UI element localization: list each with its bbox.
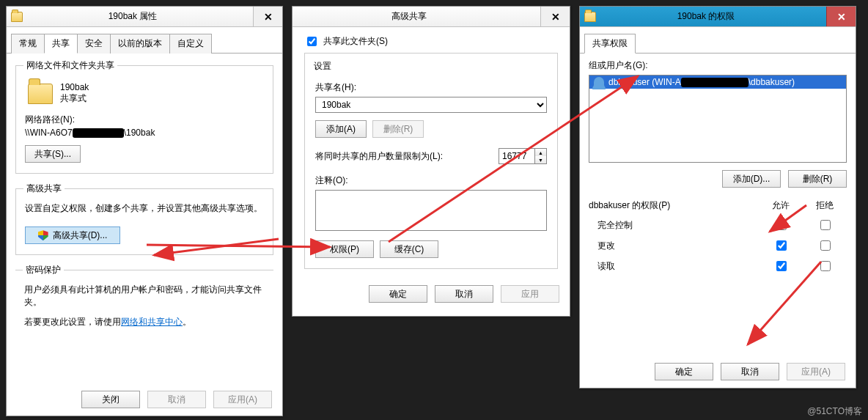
folder-big-icon	[28, 84, 53, 104]
apply-button[interactable]: 应用	[501, 285, 559, 303]
user-limit-spinner[interactable]: ▲▼	[499, 148, 547, 164]
allow-checkbox[interactable]	[776, 261, 787, 271]
user-text: dbbakuser (WIN-A\dbbakuser)	[608, 77, 795, 87]
deny-checkbox[interactable]	[820, 220, 831, 230]
tab-general[interactable]: 常规	[11, 34, 45, 54]
dialog-buttons: 关闭 取消 应用(A)	[7, 383, 282, 416]
perm-header: dbbakuser 的权限(P)	[589, 196, 759, 215]
permission-row: 完全控制	[589, 215, 847, 235]
allow-checkbox[interactable]	[776, 220, 787, 230]
comment-label: 注释(O):	[315, 174, 547, 187]
group-users-label: 组或用户名(G):	[589, 59, 847, 72]
titlebar[interactable]: 190bak 的权限 ✕	[580, 7, 856, 27]
tab-body: 网络文件和文件夹共享 190bak 共享式 网络路径(N): \\WIN-A6O…	[7, 54, 282, 349]
tab-previous-versions[interactable]: 以前的版本	[110, 34, 170, 54]
share-name-row: 共享名(H): 190bak	[315, 81, 547, 113]
folder-icon	[584, 12, 596, 22]
titlebar[interactable]: 190bak 属性 ✕	[7, 7, 282, 27]
spin-up-icon[interactable]: ▲	[535, 149, 546, 156]
add-user-button[interactable]: 添加(D)...	[722, 170, 781, 188]
text: 。	[183, 317, 191, 327]
tab-strip: 常规 共享 安全 以前的版本 自定义	[7, 27, 282, 54]
ok-button[interactable]: 确定	[369, 285, 427, 303]
cancel-button[interactable]: 取消	[147, 391, 206, 408]
deny-checkbox[interactable]	[820, 261, 831, 271]
netpath-suffix: \190bak	[124, 128, 155, 138]
text: \dbbakuser)	[749, 77, 795, 87]
tab-strip: 共享权限	[580, 27, 856, 54]
allow-checkbox[interactable]	[776, 240, 787, 251]
spin-down-icon[interactable]: ▼	[535, 156, 546, 163]
comment-textarea[interactable]	[315, 190, 547, 231]
tab-security[interactable]: 安全	[77, 34, 111, 54]
pw-line1: 用户必须具有此计算机的用户帐户和密码，才能访问共享文件夹。	[24, 284, 265, 309]
pw-line2: 若要更改此设置，请使用网络和共享中心。	[24, 316, 265, 328]
permissions-table: dbbakuser 的权限(P) 允许 拒绝 完全控制 更改 读取	[589, 196, 847, 276]
window-title: 190bak 的权限	[600, 10, 826, 23]
apply-button[interactable]: 应用(A)	[213, 391, 272, 408]
group-legend: 网络文件和文件夹共享	[23, 59, 117, 72]
folder-icon	[11, 12, 23, 22]
cancel-button[interactable]: 取消	[721, 363, 779, 380]
body: 共享此文件夹(S) 设置 共享名(H): 190bak 添加(A) 删除(R) …	[293, 27, 570, 278]
dialog-buttons: 确定 取消 应用(A)	[580, 355, 856, 388]
share-folder-checkbox[interactable]: 共享此文件夹(S)	[304, 34, 558, 48]
close-dialog-button[interactable]: 关闭	[81, 391, 140, 408]
tab-body: 组或用户名(G): dbbakuser (WIN-A\dbbakuser) 添加…	[580, 54, 856, 285]
tab-customize[interactable]: 自定义	[169, 34, 212, 54]
users-listbox[interactable]: dbbakuser (WIN-A\dbbakuser)	[589, 75, 847, 163]
share-name-combo[interactable]: 190bak	[315, 97, 547, 113]
share-name-label: 共享名(H):	[315, 81, 547, 94]
netpath-value: \\WIN-A6O7\190bak	[25, 128, 264, 138]
folder-name: 190bak	[60, 82, 89, 92]
close-button[interactable]: ✕	[253, 7, 282, 26]
group-legend: 高级共享	[23, 183, 65, 195]
permission-row: 更改	[589, 235, 847, 256]
text: dbbakuser (WIN-A	[608, 77, 681, 87]
properties-dialog: 190bak 属性 ✕ 常规 共享 安全 以前的版本 自定义 网络文件和文件夹共…	[6, 6, 283, 416]
user-limit-input[interactable]	[499, 149, 534, 163]
cancel-button[interactable]: 取消	[435, 285, 493, 303]
label: 共享此文件夹(S)	[323, 35, 388, 48]
limit-label: 将同时共享的用户数量限制为(L):	[315, 150, 443, 163]
permissions-button[interactable]: 权限(P)	[315, 240, 374, 258]
advanced-share-button[interactable]: 高级共享(D)...	[25, 226, 120, 244]
group-legend: 密码保护	[23, 264, 64, 276]
close-button[interactable]: ✕	[540, 7, 570, 26]
add-share-button[interactable]: 添加(A)	[315, 120, 367, 138]
close-button[interactable]: ✕	[826, 7, 856, 26]
apply-button[interactable]: 应用(A)	[787, 363, 845, 380]
user-limit-row: 将同时共享的用户数量限制为(L): ▲▼	[315, 148, 547, 164]
netpath-prefix: \\WIN-A6O7	[25, 128, 73, 138]
adv-desc: 设置自定义权限，创建多个共享，并设置其他高级共享选项。	[25, 202, 264, 215]
text: 若要更改此设置，请使用	[24, 317, 121, 327]
network-share-group: 网络文件和文件夹共享 190bak 共享式 网络路径(N): \\WIN-A6O…	[15, 59, 273, 174]
permission-row: 读取	[589, 256, 847, 276]
dialog-buttons: 确定 取消 应用	[293, 278, 570, 310]
advanced-share-group: 高级共享 设置自定义权限，创建多个共享，并设置其他高级共享选项。 高级共享(D)…	[15, 183, 273, 255]
tab-share[interactable]: 共享	[44, 34, 78, 54]
col-deny: 拒绝	[803, 196, 847, 215]
ok-button[interactable]: 确定	[655, 363, 713, 380]
password-protect-group: 密码保护 用户必须具有此计算机的用户帐户和密码，才能访问共享文件夹。 若要更改此…	[15, 264, 273, 331]
watermark: @51CTO博客	[807, 405, 862, 418]
advanced-sharing-dialog: 高级共享 ✕ 共享此文件夹(S) 设置 共享名(H): 190bak 添加(A)…	[292, 6, 570, 317]
share-folder-checkbox-input[interactable]	[307, 37, 317, 46]
user-list-item[interactable]: dbbakuser (WIN-A\dbbakuser)	[589, 75, 846, 89]
titlebar[interactable]: 高级共享 ✕	[293, 7, 570, 27]
permissions-dialog: 190bak 的权限 ✕ 共享权限 组或用户名(G): dbbakuser (W…	[579, 6, 856, 388]
share-button[interactable]: 共享(S)...	[25, 145, 81, 163]
remove-share-button[interactable]: 删除(R)	[372, 120, 424, 138]
window-title: 高级共享	[293, 10, 540, 23]
deny-checkbox[interactable]	[820, 240, 831, 251]
window-title: 190bak 属性	[27, 10, 253, 23]
settings-label: 设置	[311, 60, 334, 73]
caching-button[interactable]: 缓存(C)	[380, 240, 438, 258]
remove-user-button[interactable]: 删除(R)	[788, 170, 847, 188]
network-center-link[interactable]: 网络和共享中心	[121, 317, 183, 327]
btn-label: 高级共享(D)...	[53, 229, 108, 242]
user-icon	[594, 77, 604, 87]
perm-label: 完全控制	[589, 215, 759, 235]
share-mode: 共享式	[60, 92, 89, 105]
tab-share-permissions[interactable]: 共享权限	[584, 34, 636, 54]
